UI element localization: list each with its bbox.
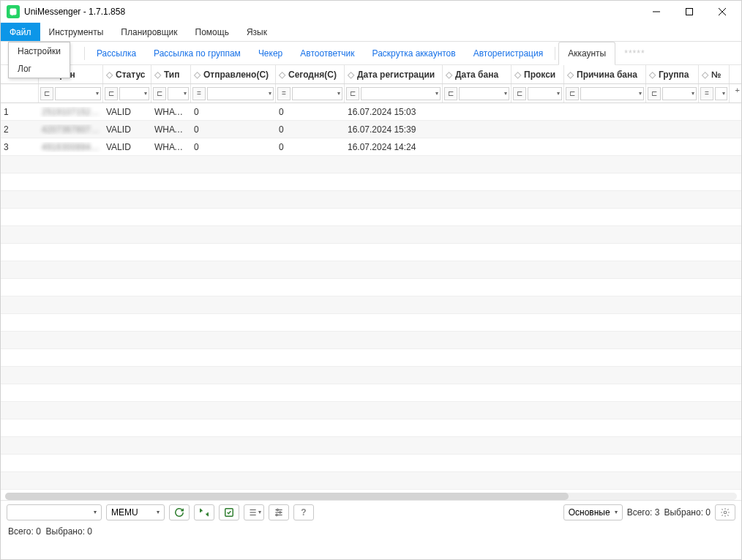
filter-operator[interactable]: ⊏ (513, 87, 526, 100)
empty-row (1, 472, 741, 490)
grid-filter-row: ⊏▾ ⊏▾ ⊏▾ =▾ =▾ ⊏▾ ⊏▾ ⊏▾ ⊏▾ ⊏▾ =▾ (1, 84, 741, 103)
scrollbar-thumb[interactable] (5, 493, 569, 500)
cell-today: 0 (276, 107, 345, 117)
filter-icon: ◇ (279, 70, 285, 80)
col-status[interactable]: ◇Статус (103, 65, 151, 83)
filter-operator[interactable]: ⊏ (444, 87, 457, 100)
tab-autoreg[interactable]: Авторегистрация (465, 42, 552, 65)
check-button[interactable] (219, 504, 239, 520)
filter-input-proxy[interactable]: ▾ (528, 87, 562, 100)
tab-more[interactable]: ***** (615, 42, 653, 65)
filter-input-reg[interactable]: ▾ (361, 87, 441, 100)
cell-sent: 0 (191, 124, 276, 135)
menu-help[interactable]: Помощь (187, 23, 238, 41)
filter-operator[interactable]: ⊏ (40, 87, 53, 100)
filter-input-sent[interactable]: ▾ (207, 87, 274, 100)
cell-status: VALID (103, 107, 151, 117)
filter-input-today[interactable]: ▾ (292, 87, 342, 100)
settings-toggle-button[interactable] (269, 504, 289, 520)
window-title: UniMessenger - 1.7.1.858 (24, 7, 640, 17)
filter-operator[interactable]: = (700, 87, 713, 100)
menu-item-log[interactable]: Лог (9, 60, 70, 78)
filter-operator[interactable]: ⊏ (566, 87, 579, 100)
table-row[interactable]: 2420736780791VALIDWHATS...0016.07.2024 1… (1, 121, 741, 138)
reload-button[interactable] (194, 504, 214, 520)
cell-today: 0 (276, 124, 345, 135)
cell-phone: 491630088436 (39, 142, 103, 152)
empty-row (1, 296, 741, 314)
window-close-button[interactable] (705, 1, 738, 22)
filter-operator[interactable]: ⊏ (346, 87, 359, 100)
status-line: Всего: 0 Выбрано: 0 (1, 523, 741, 540)
menu-scheduler[interactable]: Планировщик (112, 23, 186, 41)
total-label: Всего: 3 (627, 507, 660, 518)
filter-input-n[interactable]: ▾ (715, 87, 727, 100)
cell-reg-date: 16.07.2024 15:39 (345, 124, 443, 135)
col-sent[interactable]: ◇Отправлено(С) (191, 65, 276, 83)
list-button[interactable]: ▾ (244, 504, 264, 520)
menu-item-settings[interactable]: Настройки (9, 42, 70, 60)
cell-phone: 251910715296 (39, 107, 103, 117)
menu-language[interactable]: Язык (238, 23, 276, 41)
window-maximize-button[interactable] (672, 1, 705, 22)
col-today[interactable]: ◇Сегодня(С) (276, 65, 345, 83)
table-row[interactable]: 1251910715296VALIDWHATS...0016.07.2024 1… (1, 103, 741, 121)
cell-index: 1 (1, 107, 39, 117)
filter-input-phone[interactable]: ▾ (55, 87, 101, 100)
cell-status: VALID (103, 142, 151, 152)
add-column-icon[interactable]: + (735, 86, 740, 94)
filter-icon: ◇ (649, 70, 656, 80)
filter-input-status[interactable]: ▾ (119, 87, 149, 100)
tab-accounts[interactable]: Аккаунты (558, 42, 615, 65)
emulator-combo[interactable]: MEMU▾ (106, 504, 165, 520)
col-n[interactable]: ◇№ (699, 65, 730, 83)
filter-input-group[interactable]: ▾ (662, 87, 697, 100)
col-reg-date[interactable]: ◇Дата регистрации (345, 65, 443, 83)
empty-row (1, 209, 741, 226)
filter-icon: ◇ (702, 70, 708, 80)
tab-mailing[interactable]: Рассылка (88, 42, 145, 65)
tab-bar: Рассылка Рассылка по группам Чекер Автоо… (1, 42, 741, 65)
tab-autoresponder[interactable]: Автоответчик (291, 42, 363, 65)
account-selector-combo[interactable]: ▾ (7, 504, 102, 520)
cell-reg-date: 16.07.2024 14:24 (345, 142, 443, 152)
filter-operator[interactable]: ⊏ (648, 87, 661, 100)
window-minimize-button[interactable] (640, 1, 672, 22)
tab-mailing-groups[interactable]: Рассылка по группам (145, 42, 250, 65)
tab-boost[interactable]: Раскрутка аккаунтов (364, 42, 465, 65)
filter-icon: ◇ (194, 70, 201, 80)
cell-phone: 420736780791 (39, 124, 103, 135)
filter-input-type[interactable]: ▾ (168, 87, 189, 100)
empty-row (1, 384, 741, 402)
menu-file[interactable]: Файл (1, 23, 40, 41)
filter-icon: ◇ (567, 70, 574, 80)
menu-tools[interactable]: Инструменты (40, 23, 113, 41)
filter-input-reason[interactable]: ▾ (580, 87, 644, 100)
tab-checker[interactable]: Чекер (250, 42, 291, 65)
filter-input-ban[interactable]: ▾ (459, 87, 509, 100)
filter-operator[interactable]: = (192, 87, 206, 100)
help-button[interactable]: ? (293, 504, 314, 520)
svg-point-11 (280, 511, 281, 512)
col-group[interactable]: ◇Группа (646, 65, 699, 83)
filter-operator[interactable]: ⊏ (153, 87, 166, 100)
col-ban-date[interactable]: ◇Дата бана (443, 65, 511, 83)
cell-index: 2 (1, 124, 39, 135)
empty-row (1, 261, 741, 279)
filter-operator[interactable]: ⊏ (105, 87, 118, 100)
gear-button[interactable] (715, 504, 735, 520)
refresh-button[interactable] (169, 504, 190, 520)
filter-preset-combo[interactable]: Основные▾ (563, 504, 623, 520)
empty-row (1, 332, 741, 349)
col-ban-reason[interactable]: ◇Причина бана (564, 65, 646, 83)
empty-row (1, 173, 741, 191)
svg-rect-1 (686, 9, 692, 15)
horizontal-scrollbar[interactable] (5, 493, 737, 500)
col-proxy[interactable]: ◇Прокси (511, 65, 564, 83)
col-type[interactable]: ◇Тип (151, 65, 191, 83)
filter-operator[interactable]: = (277, 87, 291, 100)
table-row[interactable]: 3491630088436VALIDWHATS...0016.07.2024 1… (1, 138, 741, 156)
empty-row (1, 156, 741, 173)
svg-point-14 (724, 511, 727, 514)
bottom-toolbar: ▾ MEMU▾ ▾ ? Основные▾ Всего: 3 Выбрано: … (1, 500, 741, 523)
